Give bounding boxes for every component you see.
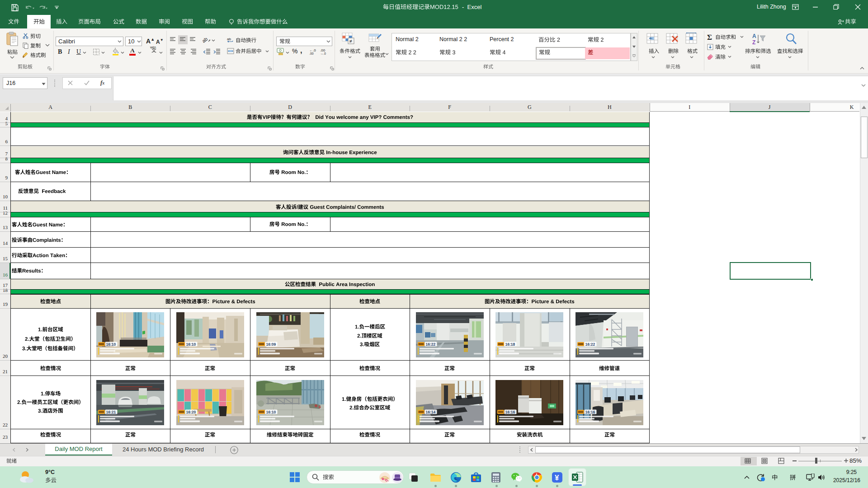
svg-text:¥: ¥ [555, 474, 559, 482]
svg-text:16:18: 16:18 [505, 342, 515, 347]
svg-text:16:22: 16:22 [585, 342, 595, 347]
svg-text:.00: .00 [309, 52, 314, 55]
svg-text:16:20: 16:20 [186, 410, 196, 414]
svg-text:ab: ab [203, 36, 208, 43]
svg-text:≠: ≠ [349, 38, 352, 44]
svg-text:16:10: 16:10 [106, 342, 116, 347]
svg-text:16:09: 16:09 [266, 342, 276, 347]
svg-text:16:16: 16:16 [585, 410, 595, 414]
svg-text:ab: ab [227, 37, 231, 41]
svg-text:16:16: 16:16 [505, 410, 515, 414]
svg-text:16:22: 16:22 [425, 342, 435, 347]
svg-text:16:14: 16:14 [425, 410, 435, 414]
svg-text:→.0: →.0 [320, 52, 326, 55]
svg-text:16:21: 16:21 [106, 410, 116, 414]
svg-text:Z: Z [752, 39, 755, 46]
svg-text:A: A [752, 33, 756, 39]
svg-text:16:10: 16:10 [186, 342, 196, 347]
svg-text:16:10: 16:10 [266, 410, 276, 414]
